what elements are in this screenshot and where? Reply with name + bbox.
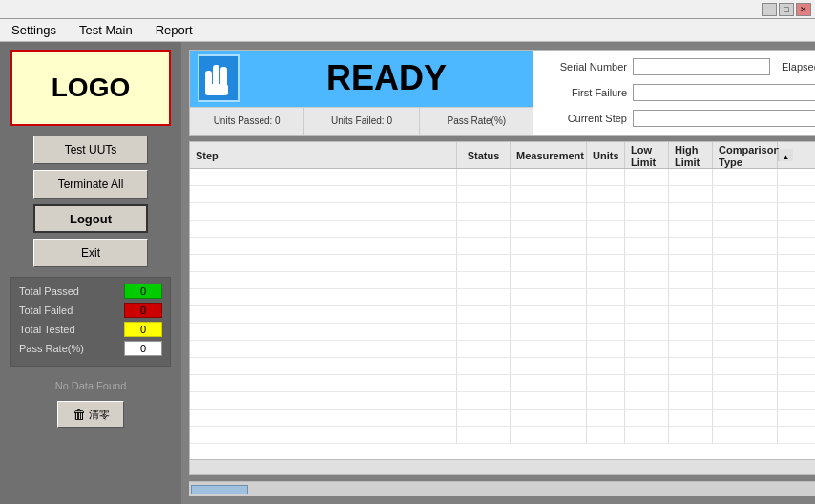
terminate-all-button[interactable]: Terminate All (33, 170, 148, 199)
table-row (190, 324, 815, 341)
total-failed-row: Total Failed 0 (19, 303, 162, 318)
window-controls: ─ □ ✕ (762, 3, 811, 16)
pass-rate-value: 0 (124, 341, 162, 356)
minimize-button[interactable]: ─ (762, 3, 777, 16)
ready-banner: READY (190, 51, 533, 107)
pass-rate-label: Pass Rate(%) (19, 343, 124, 354)
table-row (190, 186, 815, 203)
table-header: Step Status Measurement Units Low Limit … (190, 142, 815, 169)
right-panel: READY Units Passed: 0 Units Failed: 0 Pa… (181, 42, 815, 504)
current-step-label: Current Step (541, 113, 627, 124)
fields-section: Serial Number Elapsed Time 00:00:00 Firs… (533, 51, 815, 135)
horizontal-scrollbar[interactable] (189, 481, 815, 496)
th-comparison-type: Comparison Type (713, 142, 778, 168)
total-passed-row: Total Passed 0 (19, 284, 162, 299)
close-button[interactable]: ✕ (796, 3, 811, 16)
first-failure-row: First Failure (541, 84, 815, 101)
pass-rate-stat: Pass Rate(%) (420, 108, 533, 135)
serial-number-row: Serial Number Elapsed Time 00:00:00 (541, 58, 815, 75)
th-low-limit: Low Limit (625, 142, 669, 168)
table-row (190, 392, 815, 410)
main-layout: LOGO Test UUTs Terminate All Logout Exit… (0, 42, 815, 504)
logo-text: LOGO (52, 73, 130, 103)
table-row (190, 306, 815, 324)
test-uuts-button[interactable]: Test UUTs (33, 136, 148, 164)
total-tested-label: Total Tested (19, 324, 124, 335)
table-row (190, 410, 815, 427)
pass-rate-row: Pass Rate(%) 0 (19, 341, 162, 356)
logout-button[interactable]: Logout (33, 204, 148, 233)
total-tested-row: Total Tested 0 (19, 322, 162, 337)
table-row (190, 220, 815, 238)
elapsed-time-label: Elapsed Time (782, 61, 815, 73)
th-units: Units (587, 142, 625, 168)
ready-section: READY Units Passed: 0 Units Failed: 0 Pa… (190, 51, 533, 135)
total-tested-value: 0 (124, 322, 162, 337)
scroll-bottom-bar: ▼ (190, 459, 815, 474)
first-failure-label: First Failure (541, 87, 627, 98)
th-measurement: Measurement (511, 142, 587, 168)
svg-rect-3 (205, 84, 228, 95)
th-step: Step (190, 142, 457, 168)
table-row (190, 169, 815, 186)
stats-panel: Total Passed 0 Total Failed 0 Total Test… (10, 277, 171, 367)
no-data-text: No Data Found (55, 380, 127, 391)
first-failure-input[interactable] (633, 84, 815, 101)
current-step-input[interactable] (633, 110, 815, 127)
scroll-top-btn[interactable]: ▲ (778, 149, 793, 161)
left-panel: LOGO Test UUTs Terminate All Logout Exit… (0, 42, 181, 504)
table-row (190, 238, 815, 255)
logo-box: LOGO (10, 50, 171, 126)
top-bar: READY Units Passed: 0 Units Failed: 0 Pa… (189, 50, 815, 136)
table-row (190, 255, 815, 272)
total-passed-value: 0 (124, 284, 162, 299)
total-failed-label: Total Failed (19, 304, 124, 316)
table-row (190, 375, 815, 392)
maximize-button[interactable]: □ (779, 3, 794, 16)
serial-number-label: Serial Number (541, 61, 627, 73)
ready-stats-bar: Units Passed: 0 Units Failed: 0 Pass Rat… (190, 107, 533, 135)
test-results-table: Step Status Measurement Units Low Limit … (189, 141, 815, 475)
table-row (190, 203, 815, 220)
ready-text: READY (247, 58, 526, 98)
table-row (190, 272, 815, 289)
hand-icon (201, 57, 236, 99)
menu-report[interactable]: Report (148, 21, 200, 39)
total-passed-label: Total Passed (19, 285, 124, 297)
exit-button[interactable]: Exit (33, 239, 148, 267)
table-row (190, 289, 815, 306)
table-body[interactable] (190, 169, 815, 459)
table-row (190, 358, 815, 375)
ready-icon (198, 54, 240, 102)
menu-settings[interactable]: Settings (4, 21, 64, 39)
h-scroll-thumb[interactable] (191, 485, 248, 494)
clear-icon: 🗑 (73, 407, 86, 422)
table-row (190, 341, 815, 358)
units-failed-stat: Units Failed: 0 (304, 108, 419, 135)
th-high-limit: High Limit (669, 142, 713, 168)
current-step-row: Current Step (541, 110, 815, 127)
menu-bar: Settings Test Main Report (0, 19, 815, 42)
clear-button[interactable]: 🗑 清零 (57, 401, 124, 428)
menu-test-main[interactable]: Test Main (72, 21, 140, 39)
units-passed-stat: Units Passed: 0 (190, 108, 304, 135)
total-failed-value: 0 (124, 303, 162, 318)
th-status: Status (457, 142, 511, 168)
title-bar: ─ □ ✕ (0, 0, 815, 19)
serial-number-input[interactable] (633, 58, 770, 75)
table-row (190, 427, 815, 444)
